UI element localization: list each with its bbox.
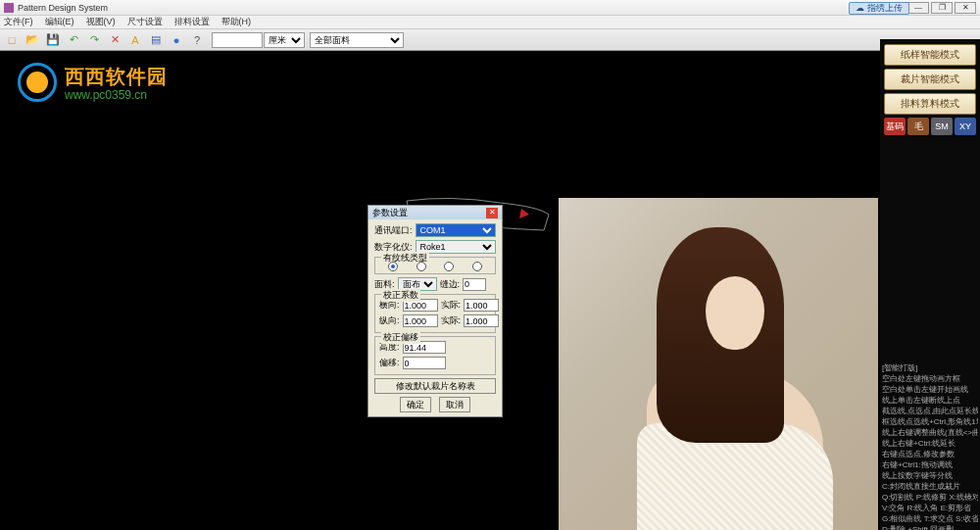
menu-size[interactable]: 尺寸设置: [127, 16, 163, 28]
help-line: 空白处单击左键开始画线: [882, 384, 978, 395]
upload-button[interactable]: ☁ 指绣上传: [849, 2, 909, 15]
linetype-radio-3[interactable]: [444, 262, 454, 271]
titlebar: Pattern Design System — ❐ ✕: [0, 0, 980, 16]
seam-input[interactable]: [463, 278, 486, 291]
vreal-label: 实际:: [441, 314, 462, 327]
app-icon: [4, 3, 14, 13]
vreal-input[interactable]: [464, 314, 499, 327]
app-title: Pattern Design System: [18, 3, 108, 13]
minimize-button[interactable]: —: [907, 2, 929, 14]
help-line: D:删除 +Shift 回画删: [882, 524, 978, 530]
help-line: G:相似曲线 T:求交点 S:收省: [882, 513, 978, 524]
mode-layout[interactable]: 排料算料模式: [884, 93, 976, 115]
help-line: 线上右键调整曲线(直线<>曲线): [882, 427, 978, 438]
help-line: 线上单击左键断线上点: [882, 395, 978, 406]
watermark-logo-icon: [18, 63, 57, 102]
menu-file[interactable]: 文件(F): [4, 16, 33, 28]
menubar: 文件(F) 编辑(E) 视图(V) 尺寸设置 排料设置 帮助(H): [0, 16, 980, 29]
tag-mao[interactable]: 毛: [907, 118, 929, 135]
redo-icon[interactable]: ↷: [84, 31, 104, 49]
port-select[interactable]: COM1: [416, 223, 496, 237]
tag-sm[interactable]: SM: [931, 118, 953, 135]
help-title: [智能打版]: [882, 362, 978, 373]
watermark-url: www.pc0359.cn: [65, 88, 147, 102]
menu-layout[interactable]: 排料设置: [174, 16, 210, 28]
help-line: 右键点选点,修改参数: [882, 449, 978, 459]
menu-edit[interactable]: 编辑(E): [45, 16, 74, 28]
help-line: 截选线,点选点,由此点延长线: [882, 406, 978, 416]
help-line: 右键+Ctrl1:拖动调线: [882, 459, 978, 470]
help-line: V:交角 R:线入角 E:剪形省: [882, 503, 978, 513]
linetype-radio-2[interactable]: [416, 262, 426, 271]
mode-cutting[interactable]: 裁片智能模式: [884, 69, 976, 90]
watermark: 西西软件园 www.pc0359.cn: [18, 63, 57, 106]
dialog-close-icon[interactable]: ✕: [486, 208, 498, 218]
close-button[interactable]: ✕: [955, 2, 976, 14]
layer-icon[interactable]: ▤: [146, 31, 166, 49]
tag-xy[interactable]: XY: [955, 118, 976, 135]
correction-title: 校正系数: [381, 289, 420, 302]
workspace[interactable]: 西西软件园 www.pc0359.cn 参数设置 ✕ 通讯端口: COM1: [0, 51, 880, 530]
tag-base[interactable]: 基码: [884, 118, 906, 135]
delete-icon[interactable]: ✕: [105, 31, 124, 49]
help-icon[interactable]: ?: [187, 31, 207, 49]
help-line: 线上右键+Ctrl:线延长: [882, 438, 978, 449]
help-line: C:封闭线直接生成裁片: [882, 481, 978, 492]
mode-pattern[interactable]: 纸样智能模式: [884, 44, 976, 66]
dialog-titlebar[interactable]: 参数设置 ✕: [368, 206, 502, 219]
menu-help[interactable]: 帮助(H): [221, 16, 252, 28]
toolbar: □📂💾↶↷✕A▤●? 厘米 全部面料: [0, 29, 980, 51]
reference-image: [559, 198, 878, 530]
text-icon[interactable]: A: [125, 31, 145, 49]
seam-label: 缝边:: [440, 278, 461, 291]
open-icon[interactable]: 📂: [23, 31, 42, 49]
hreal-input[interactable]: [464, 299, 499, 312]
help-panel: [智能打版] 空白处左键拖动画方框空白处单击左键开始画线线上单击左键断线上点截选…: [882, 362, 978, 530]
offset-label: 偏移:: [379, 357, 400, 369]
watermark-text: 西西软件园: [65, 64, 168, 90]
modify-names-button[interactable]: 修改默认裁片名称表: [374, 378, 496, 394]
linetype-radio-4[interactable]: [472, 262, 482, 271]
size-input[interactable]: [212, 32, 263, 48]
maximize-button[interactable]: ❐: [931, 2, 953, 14]
fabric-select[interactable]: 全部面料: [310, 32, 404, 48]
help-line: 框选线点选线+Ctrl,形角线1增2: [882, 416, 978, 427]
hreal-label: 实际:: [441, 299, 462, 312]
unit-select[interactable]: 厘米: [264, 32, 305, 48]
help-line: 线上按数字键等分线: [882, 470, 978, 481]
parameter-dialog: 参数设置 ✕ 通讯端口: COM1 数字化仪: Roke1 有纹线类型: [368, 205, 503, 417]
vdir-label: 纵向:: [379, 314, 400, 327]
port-label: 通讯端口:: [374, 224, 413, 237]
globe-icon[interactable]: ●: [167, 31, 186, 49]
cancel-button[interactable]: 取消: [439, 397, 470, 412]
menu-view[interactable]: 视图(V): [86, 16, 116, 28]
linetype-radio-1[interactable]: [388, 262, 398, 271]
help-line: 空白处左键拖动画方框: [882, 373, 978, 384]
dialog-title: 参数设置: [372, 207, 408, 219]
ok-button[interactable]: 确定: [400, 397, 431, 412]
help-line: Q:切割线 P:线修剪 X:线镜对: [882, 492, 978, 503]
offset-input[interactable]: [403, 357, 446, 369]
offset-title: 校正偏移: [381, 331, 420, 344]
vdir-input[interactable]: [403, 314, 438, 327]
new-icon[interactable]: □: [2, 31, 22, 49]
undo-icon[interactable]: ↶: [64, 31, 83, 49]
save-icon[interactable]: 💾: [43, 31, 63, 49]
